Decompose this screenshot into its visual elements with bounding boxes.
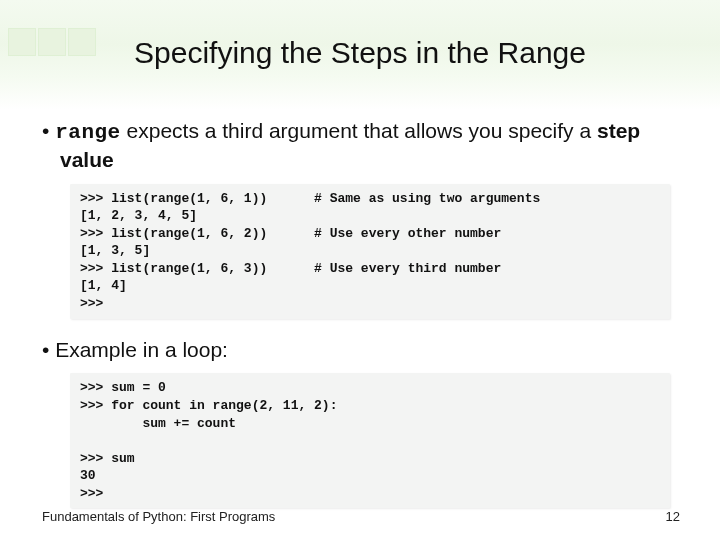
footer: Fundamentals of Python: First Programs 1…	[42, 509, 680, 524]
bullet-1-text: expects a third argument that allows you…	[121, 119, 597, 142]
code-block-1: >>> list(range(1, 6, 1)) # Same as using…	[70, 184, 670, 319]
code-line: 30	[80, 468, 96, 483]
bullet-2: • Example in a loop:	[42, 337, 680, 364]
code-line: >>>	[80, 486, 103, 501]
content-area: • range expects a third argument that al…	[42, 118, 680, 526]
bullet-dot: •	[42, 119, 55, 142]
code-line: >>> sum	[80, 451, 135, 466]
code-line: >>> list(range(1, 6, 2)) # Use every oth…	[80, 226, 501, 241]
code-line: sum += count	[80, 416, 236, 431]
code-line: >>> for count in range(2, 11, 2):	[80, 398, 337, 413]
page-number: 12	[666, 509, 680, 524]
code-line: >>> list(range(1, 6, 1)) # Same as using…	[80, 191, 540, 206]
bullet-1: • range expects a third argument that al…	[42, 118, 680, 174]
code-line: [1, 3, 5]	[80, 243, 150, 258]
page-title: Specifying the Steps in the Range	[0, 36, 720, 70]
code-line: [1, 4]	[80, 278, 127, 293]
code-line: >>> sum = 0	[80, 380, 166, 395]
code-keyword-range: range	[55, 121, 121, 144]
code-line: >>> list(range(1, 6, 3)) # Use every thi…	[80, 261, 501, 276]
code-line: [1, 2, 3, 4, 5]	[80, 208, 197, 223]
footer-text: Fundamentals of Python: First Programs	[42, 509, 275, 524]
code-block-2: >>> sum = 0 >>> for count in range(2, 11…	[70, 373, 670, 508]
code-line: >>>	[80, 296, 103, 311]
